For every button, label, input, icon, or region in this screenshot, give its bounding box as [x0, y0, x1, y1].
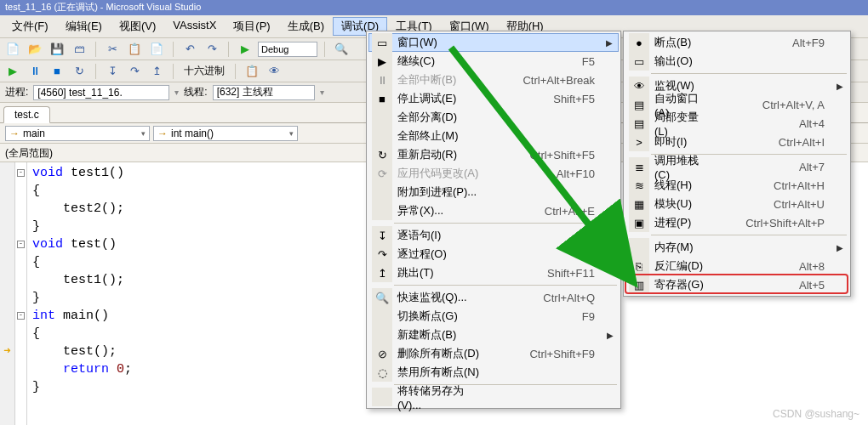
window-title: test_11_16 (正在调试) - Microsoft Visual Stu…: [5, 2, 201, 12]
menu-icon: ≋: [629, 176, 649, 195]
menu-icon: [372, 326, 392, 344]
breakpoint-gutter[interactable]: ➜: [0, 162, 15, 425]
menu-icon: [372, 201, 392, 220]
debug-menu-item-2: ⏸全部中断(B)Ctrl+Alt+Break: [368, 71, 619, 89]
windows-menu-item-13[interactable]: 内存(M)▶: [625, 238, 848, 257]
menu-icon: ⏸: [372, 71, 392, 89]
debug-menu-item-18[interactable]: ⊘删除所有断点(D)Ctrl+Shift+F9: [368, 344, 619, 363]
menu-icon: [629, 238, 649, 257]
menu-icon: ⊘: [372, 344, 392, 363]
debug-menu-item-1[interactable]: ▶继续(C)F5: [368, 52, 619, 71]
continue-icon[interactable]: ▶: [3, 63, 22, 80]
debug-menu-item-13[interactable]: ↥跳出(T)Shift+F11: [368, 264, 619, 282]
debug-menu-item-11[interactable]: ↧逐语句(I)F11: [368, 226, 619, 245]
save-all-icon[interactable]: 🗃: [70, 41, 89, 58]
debug-menu-item-5[interactable]: 全部终止(M): [368, 127, 619, 145]
save-icon[interactable]: 💾: [48, 41, 66, 58]
step-over-icon[interactable]: ↷: [125, 63, 144, 80]
open-icon[interactable]: 📂: [26, 41, 44, 58]
debug-menu-item-0[interactable]: ▭窗口(W)▶: [368, 33, 619, 52]
windows-menu-item-5[interactable]: ▤局部变量(L)Alt+4: [625, 114, 848, 133]
debug-menu-item-17[interactable]: 新建断点(B)▶: [368, 326, 619, 344]
debug-menu-item-9[interactable]: 异常(X)...Ctrl+Alt+E: [368, 201, 619, 220]
menu-icon: 👁: [629, 76, 649, 95]
windows-menu-item-10[interactable]: ▦模块(U)Ctrl+Alt+U: [625, 195, 848, 213]
menu-icon: ●: [629, 33, 649, 52]
thread-label: 线程:: [184, 85, 207, 99]
debug-menu-item-21[interactable]: 将转储另存为(V)...: [368, 388, 619, 406]
menu-icon: ▭: [372, 33, 392, 52]
menu-icon: ▥: [629, 275, 649, 294]
copy-icon[interactable]: 📋: [125, 41, 144, 58]
hex-label[interactable]: 十六进制: [180, 64, 228, 78]
windows-menu-item-14[interactable]: ⎘反汇编(D)Alt+8: [625, 257, 848, 275]
watermark: CSDN @sushang~: [773, 408, 859, 420]
menu-item-5[interactable]: 生成(B): [279, 17, 333, 36]
debug-menu-item-12[interactable]: ↷逐过程(O)F10: [368, 245, 619, 264]
menu-icon: ↥: [372, 264, 392, 282]
windows-submenu[interactable]: ●断点(B)Alt+F9▭输出(O)👁监视(W)▶▤自动窗口(A)Ctrl+Al…: [623, 31, 851, 297]
menu-icon: ▭: [629, 52, 649, 71]
menu-icon: 🔍: [372, 288, 392, 307]
fold-gutter[interactable]: ---: [15, 162, 27, 425]
menu-icon: ▶: [372, 52, 392, 71]
menu-icon: ■: [372, 89, 392, 108]
thread-combo[interactable]: [213, 85, 315, 100]
restart-icon[interactable]: ↻: [70, 63, 89, 80]
debug-menu-item-15[interactable]: 🔍快速监视(Q)...Ctrl+Alt+Q: [368, 288, 619, 307]
windows-menu-item-11[interactable]: ▣进程(P)Ctrl+Shift+Alt+P: [625, 213, 848, 232]
code-area[interactable]: void test1(){ test2();}void test(){ test…: [27, 162, 137, 425]
menu-item-4[interactable]: 项目(P): [225, 17, 278, 36]
new-project-icon[interactable]: 📄: [3, 41, 22, 58]
break-all-icon[interactable]: ⏸: [26, 63, 44, 80]
windows-menu-item-8[interactable]: ≣调用堆栈(C)Alt+7: [625, 157, 848, 176]
menu-icon: ▤: [629, 95, 649, 114]
windows-menu-item-0[interactable]: ●断点(B)Alt+F9: [625, 33, 848, 52]
debug-menu-item-16[interactable]: 切换断点(G)F9: [368, 307, 619, 326]
step-into-icon[interactable]: ↧: [103, 63, 122, 80]
debug-menu-item-7: ⟳应用代码更改(A)Alt+F10: [368, 164, 619, 183]
stop-icon[interactable]: ■: [48, 63, 66, 80]
paste-icon[interactable]: 📄: [147, 41, 166, 58]
start-icon[interactable]: ▶: [236, 41, 254, 58]
watch-icon[interactable]: 👁: [265, 63, 283, 80]
menu-item-3[interactable]: VAssistX: [164, 17, 225, 36]
breakpoints-icon[interactable]: 📋: [243, 63, 261, 80]
windows-menu-item-9[interactable]: ≋线程(H)Ctrl+Alt+H: [625, 176, 848, 195]
menu-icon: [372, 183, 392, 201]
debug-menu-item-6[interactable]: ↻重新启动(R)Ctrl+Shift+F5: [368, 145, 619, 164]
menu-icon: [372, 307, 392, 326]
function-combo[interactable]: → int main() ▾: [153, 126, 298, 141]
menu-icon: ▦: [629, 195, 649, 213]
undo-icon[interactable]: ↶: [180, 41, 199, 58]
tab-test-c[interactable]: test.c: [3, 106, 50, 123]
menu-icon: ⟳: [372, 164, 392, 183]
menu-item-1[interactable]: 编辑(E): [57, 17, 111, 36]
menu-icon: ↷: [372, 245, 392, 264]
debug-menu-item-3[interactable]: ■停止调试(E)Shift+F5: [368, 89, 619, 108]
step-out-icon[interactable]: ↥: [147, 63, 166, 80]
window-titlebar: test_11_16 (正在调试) - Microsoft Visual Stu…: [0, 0, 868, 15]
menu-item-2[interactable]: 视图(V): [111, 17, 164, 36]
menu-icon: ◌: [372, 363, 392, 382]
process-combo[interactable]: [33, 85, 169, 100]
windows-menu-item-15[interactable]: ▥寄存器(G)Alt+5: [625, 275, 848, 294]
redo-icon[interactable]: ↷: [203, 41, 221, 58]
debug-menu-item-8[interactable]: 附加到进程(P)...: [368, 183, 619, 201]
windows-menu-item-6[interactable]: >即时(I)Ctrl+Alt+I: [625, 133, 848, 151]
find-icon[interactable]: 🔍: [332, 41, 351, 58]
menu-icon: ▤: [629, 114, 649, 133]
menu-icon: [372, 127, 392, 145]
debug-menu[interactable]: ▭窗口(W)▶▶继续(C)F5⏸全部中断(B)Ctrl+Alt+Break■停止…: [366, 31, 621, 409]
process-label: 进程:: [5, 85, 28, 99]
debug-menu-item-19[interactable]: ◌禁用所有断点(N): [368, 363, 619, 382]
menu-icon: ▣: [629, 213, 649, 232]
menu-icon: ↧: [372, 226, 392, 245]
menu-item-0[interactable]: 文件(F): [3, 17, 57, 36]
windows-menu-item-1[interactable]: ▭输出(O): [625, 52, 848, 71]
config-combo[interactable]: [258, 42, 317, 57]
menu-icon: ≣: [629, 157, 649, 176]
debug-menu-item-4[interactable]: 全部分离(D): [368, 108, 619, 127]
cut-icon[interactable]: ✂: [103, 41, 122, 58]
scope-combo[interactable]: → main ▾: [5, 126, 150, 141]
